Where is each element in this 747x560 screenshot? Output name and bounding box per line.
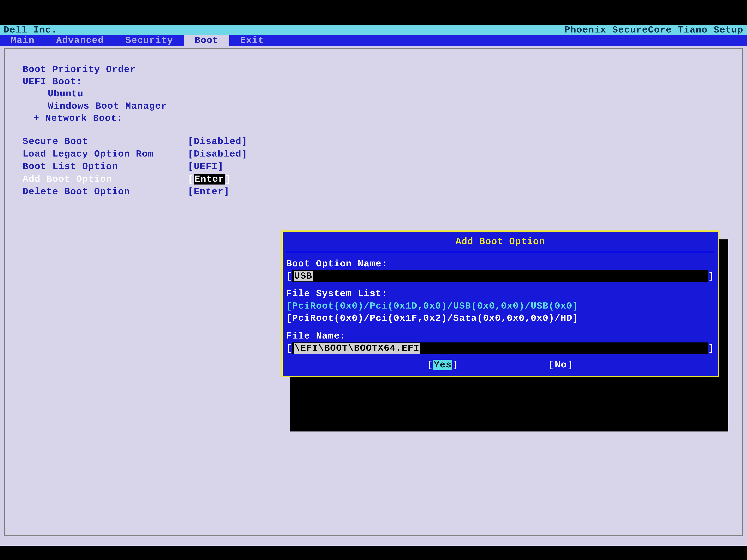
fs-item-usb[interactable]: [PciRoot(0x0)/Pci(0x1D,0x0)/USB(0x0,0x0)…: [286, 300, 714, 312]
setting-legacy-rom[interactable]: Load Legacy Option Rom [Disabled]: [23, 148, 724, 160]
fs-list-label: File System List:: [286, 288, 714, 300]
tab-exit[interactable]: Exit: [229, 35, 275, 46]
setting-delete-boot[interactable]: Delete Boot Option [Enter]: [23, 186, 724, 198]
setting-value: [Enter]: [188, 173, 231, 186]
setting-label: Boot List Option: [23, 160, 188, 173]
setting-value: [Disabled]: [188, 135, 248, 148]
menu-bar: Main Advanced Security Boot Exit: [0, 35, 747, 46]
setup-title: Phoenix SecureCore Tiano Setup: [565, 26, 743, 35]
boot-priority-heading: Boot Priority Order: [23, 63, 724, 76]
yes-button[interactable]: [Yes]: [427, 360, 459, 370]
tab-security[interactable]: Security: [114, 35, 184, 46]
uefi-boot-heading: UEFI Boot:: [23, 76, 724, 88]
title-bar: Dell Inc. Phoenix SecureCore Tiano Setup: [0, 25, 747, 35]
setting-secure-boot[interactable]: Secure Boot [Disabled]: [23, 135, 724, 148]
content-panel: Boot Priority Order UEFI Boot: Ubuntu Wi…: [4, 48, 743, 536]
boot-item-windows[interactable]: Windows Boot Manager: [23, 100, 724, 112]
setting-value: [Enter]: [188, 186, 230, 198]
setting-label: Secure Boot: [23, 135, 188, 148]
setting-label: Delete Boot Option: [23, 186, 188, 198]
bios-screen: Dell Inc. Phoenix SecureCore Tiano Setup…: [0, 25, 747, 545]
setting-boot-list[interactable]: Boot List Option [UEFI]: [23, 160, 724, 173]
dialog-title: Add Boot Option: [286, 236, 714, 248]
setting-label: Add Boot Option: [23, 173, 188, 186]
add-boot-dialog: Add Boot Option Boot Option Name: [USB] …: [281, 231, 719, 377]
setting-value: [Disabled]: [188, 148, 248, 160]
tab-boot[interactable]: Boot: [184, 35, 229, 46]
setting-value: [UEFI]: [188, 160, 224, 173]
fs-item-sata[interactable]: [PciRoot(0x0)/Pci(0x1F,0x2)/Sata(0x0,0x0…: [286, 312, 714, 324]
dialog-buttons: [Yes] [No]: [286, 360, 714, 370]
boot-name-label: Boot Option Name:: [286, 258, 714, 270]
boot-item-network[interactable]: + Network Boot:: [23, 112, 724, 125]
tab-advanced[interactable]: Advanced: [46, 35, 115, 46]
settings-list: Secure Boot [Disabled] Load Legacy Optio…: [23, 135, 724, 198]
vendor-name: Dell Inc.: [4, 26, 57, 35]
boot-name-field[interactable]: [USB]: [286, 270, 714, 282]
tab-main[interactable]: Main: [0, 35, 46, 46]
setting-add-boot[interactable]: Add Boot Option [Enter]: [23, 173, 724, 186]
no-button[interactable]: [No]: [548, 360, 573, 370]
file-name-label: File Name:: [286, 330, 714, 343]
setting-label: Load Legacy Option Rom: [23, 148, 188, 160]
file-name-field[interactable]: [\EFI\BOOT\BOOTX64.EFI]: [286, 343, 714, 354]
boot-item-ubuntu[interactable]: Ubuntu: [23, 88, 724, 100]
dialog-divider: [286, 251, 714, 252]
